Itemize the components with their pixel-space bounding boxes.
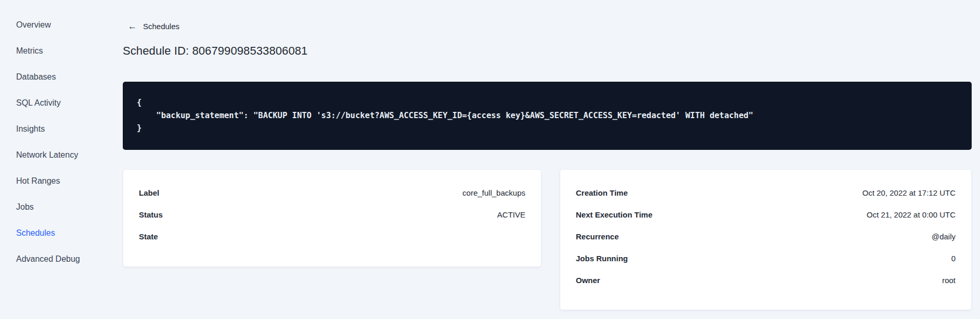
sidebar-item-insights[interactable]: Insights	[16, 116, 123, 142]
row-value: core_full_backups	[462, 188, 525, 197]
detail-row: Owner root	[576, 270, 956, 291]
detail-row: Creation Time Oct 20, 2022 at 17:12 UTC	[576, 182, 956, 204]
row-label: Label	[139, 188, 159, 197]
app-window: Overview Metrics Databases SQL Activity …	[0, 0, 980, 319]
detail-row: Next Execution Time Oct 21, 2022 at 0:00…	[576, 204, 956, 226]
row-value: ACTIVE	[497, 210, 525, 219]
schedule-definition-code-block: { "backup_statement": "BACKUP INTO 's3:/…	[123, 82, 972, 150]
row-label: Next Execution Time	[576, 210, 652, 219]
code-line: {	[137, 96, 958, 109]
detail-row: State	[139, 226, 525, 248]
row-value: 0	[951, 254, 956, 263]
code-line: "backup_statement": "BACKUP INTO 's3://b…	[137, 109, 958, 122]
sidebar-item-network-latency[interactable]: Network Latency	[16, 142, 123, 168]
row-label: State	[139, 232, 158, 241]
sidebar-item-advanced-debug[interactable]: Advanced Debug	[16, 246, 123, 272]
back-link-label: Schedules	[143, 22, 179, 31]
code-line: }	[137, 122, 958, 135]
detail-row: Recurrence @daily	[576, 226, 956, 248]
sidebar-item-metrics[interactable]: Metrics	[16, 38, 123, 64]
main-content: ← Schedules Schedule ID: 806799098533806…	[123, 0, 980, 319]
row-label: Recurrence	[576, 232, 619, 241]
row-label: Status	[139, 210, 163, 219]
row-value: @daily	[932, 232, 956, 241]
row-label: Creation Time	[576, 188, 628, 197]
sidebar-item-sql-activity[interactable]: SQL Activity	[16, 90, 123, 116]
sidebar-item-jobs[interactable]: Jobs	[16, 194, 123, 220]
schedule-meta-card: Label core_full_backups Status ACTIVE St…	[123, 169, 541, 267]
detail-row: Jobs Running 0	[576, 248, 956, 270]
detail-row: Status ACTIVE	[139, 204, 525, 226]
sidebar-item-databases[interactable]: Databases	[16, 64, 123, 90]
row-label: Owner	[576, 276, 600, 285]
row-value: Oct 21, 2022 at 0:00 UTC	[867, 210, 956, 219]
sidebar-item-overview[interactable]: Overview	[16, 12, 123, 38]
row-value: Oct 20, 2022 at 17:12 UTC	[862, 188, 956, 197]
row-label: Jobs Running	[576, 254, 628, 263]
back-link[interactable]: ← Schedules	[128, 22, 179, 31]
sidebar-item-schedules[interactable]: Schedules	[16, 220, 123, 246]
sidebar: Overview Metrics Databases SQL Activity …	[0, 0, 123, 319]
detail-row: Label core_full_backups	[139, 182, 525, 204]
row-value: root	[942, 276, 956, 285]
detail-cards: Label core_full_backups Status ACTIVE St…	[123, 169, 972, 310]
sidebar-item-hot-ranges[interactable]: Hot Ranges	[16, 168, 123, 194]
page-title: Schedule ID: 806799098533806081	[123, 44, 980, 58]
schedule-timing-card: Creation Time Oct 20, 2022 at 17:12 UTC …	[560, 169, 972, 310]
back-arrow-icon: ←	[128, 22, 137, 31]
